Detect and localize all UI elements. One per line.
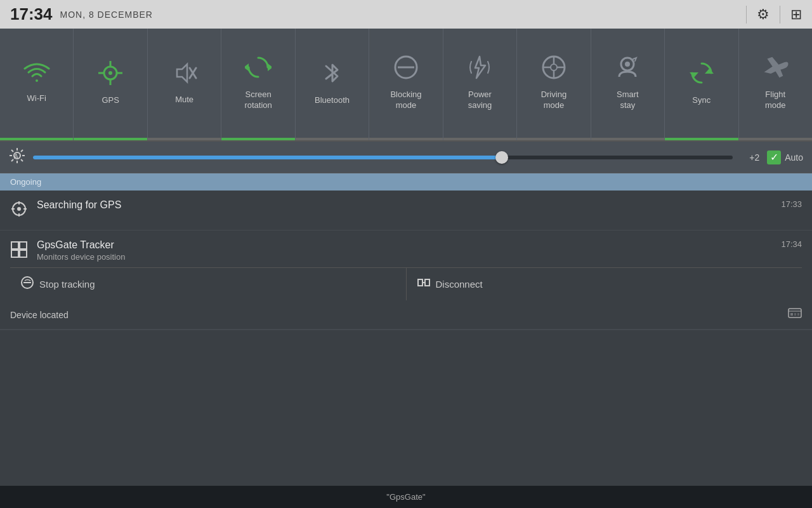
svg-text:A: A [14,153,18,160]
sync-icon [688,60,715,90]
divider-1 [746,6,747,23]
svg-marker-20 [705,69,714,74]
blocking-mode-icon [393,54,419,84]
wifi-icon [23,62,50,88]
sync-indicator [665,138,738,140]
status-right: ⚙ ⊞ [746,6,802,23]
stop-tracking-label: Stop tracking [39,279,95,290]
flight-mode-label: Flightmode [765,90,786,111]
driving-mode-icon [540,54,567,84]
brightness-slider[interactable] [33,156,733,159]
status-bar: 17:34 MON, 8 DECEMBER ⚙ ⊞ [0,0,812,29]
gps-indicator [74,138,147,140]
smart-stay-label: Smartstay [617,90,639,111]
svg-marker-9 [245,64,249,71]
svg-marker-21 [690,72,698,77]
tile-blocking-mode[interactable]: Blockingmode [369,29,443,140]
gpsgate-subtitle: Monitors device position [37,252,772,262]
bottom-app-label: "GpsGate" [386,492,425,502]
svg-rect-44 [418,279,422,286]
flight-mode-indicator [739,138,812,140]
device-located-status-icon [788,308,802,321]
tile-screen-rotation[interactable]: Screenrotation [221,29,295,140]
brightness-plus-value: +2 [740,152,759,163]
tile-bluetooth[interactable]: Bluetooth [296,29,369,140]
tile-wifi[interactable]: Wi-Fi [0,29,74,140]
auto-checkbox: ✓ [767,150,781,164]
date-display: MON, 8 DECEMBER [60,10,153,20]
svg-point-13 [551,64,557,70]
screen-rotation-label: Screenrotation [244,90,272,111]
svg-rect-41 [20,250,27,257]
wifi-indicator [0,138,73,140]
driving-mode-label: Drivingmode [541,90,566,111]
tile-gps[interactable]: GPS [74,29,147,140]
notification-gps-search: Searching for GPS 17:33 [0,190,812,231]
gpsgate-notification: GpsGate Tracker Monitors device position… [0,231,812,330]
svg-rect-39 [20,242,27,249]
gps-search-time: 17:33 [781,199,802,209]
svg-line-27 [11,150,13,152]
stop-tracking-icon [20,276,34,293]
time-display: 17:34 [10,4,53,24]
svg-point-1 [108,71,112,75]
brightness-icon: A [9,147,25,168]
device-located-row: Device located [0,300,812,330]
disconnect-button[interactable]: Disconnect [407,268,802,300]
stop-tracking-button[interactable]: Stop tracking [10,268,407,300]
wifi-label: Wi-Fi [27,93,46,104]
tile-smart-stay[interactable]: Smartstay [591,29,665,140]
tile-flight-mode[interactable]: Flightmode [739,29,812,140]
status-left: 17:34 MON, 8 DECEMBER [10,4,153,24]
tile-sync[interactable]: Sync [665,29,738,140]
gpsgate-content: GpsGate Tracker Monitors device position [37,239,772,262]
svg-rect-51 [797,313,799,316]
auto-checkbox-container[interactable]: ✓ Auto [767,150,803,164]
power-saving-indicator [443,138,516,140]
ongoing-label: Ongoing [10,177,41,187]
mute-indicator [148,138,221,140]
svg-line-30 [11,159,13,161]
bluetooth-icon [321,60,344,90]
blocking-mode-label: Blockingmode [390,90,421,111]
svg-point-33 [17,207,21,211]
svg-line-29 [21,150,23,152]
device-located-text: Device located [10,310,69,320]
gps-search-content: Searching for GPS [37,199,772,211]
settings-icon[interactable]: ⚙ [757,6,769,23]
bluetooth-label: Bluetooth [315,95,350,106]
gps-search-title: Searching for GPS [37,199,772,211]
svg-rect-40 [11,250,18,257]
power-saving-icon [466,54,493,84]
divider-2 [780,6,780,23]
screen-rotation-icon [245,54,272,84]
svg-rect-38 [11,242,18,249]
mute-icon [172,60,197,90]
notifications-panel: Searching for GPS 17:33 GpsGate Tracker … [0,190,812,330]
disconnect-label: Disconnect [436,279,483,290]
svg-line-28 [21,159,23,161]
auto-label: Auto [785,152,803,163]
blocking-mode-indicator [369,138,442,140]
gpsgate-title: GpsGate Tracker [37,239,772,251]
svg-point-19 [625,62,630,67]
bottom-bar: "GpsGate" [0,486,812,508]
screen-rotation-indicator [221,138,294,140]
gpsgate-time: 17:34 [781,239,802,249]
grid-icon[interactable]: ⊞ [790,6,802,23]
smart-stay-indicator [591,138,664,140]
smart-stay-icon [614,54,641,84]
svg-rect-49 [790,313,793,316]
svg-rect-50 [794,313,796,316]
flight-mode-icon [762,54,789,84]
mute-label: Mute [175,95,193,105]
gps-label: GPS [102,95,119,106]
tile-mute[interactable]: Mute [148,29,221,140]
disconnect-icon [417,276,431,293]
bluetooth-indicator [296,138,369,140]
gpsgate-header: GpsGate Tracker Monitors device position… [0,231,812,267]
sync-label: Sync [692,95,710,106]
tile-driving-mode[interactable]: Drivingmode [517,29,591,140]
tile-power-saving[interactable]: Powersaving [443,29,517,140]
ongoing-header: Ongoing [0,173,812,190]
